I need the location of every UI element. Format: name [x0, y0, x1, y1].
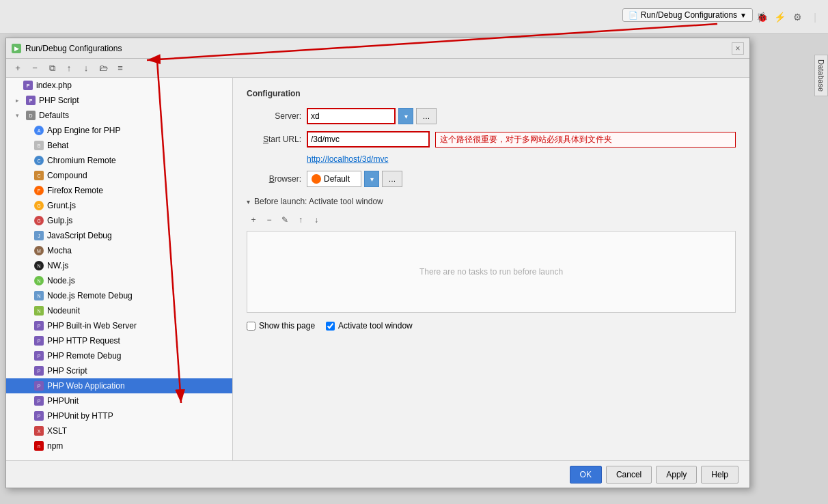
- phpweb-icon: P: [33, 380, 44, 391]
- start-url-row: Start URL: 这个路径很重要，对于多网站必须具体到文件夹: [247, 131, 736, 148]
- tree-item-appengine[interactable]: A App Engine for PHP: [6, 123, 232, 138]
- tree-item-nodejs[interactable]: N Node.js: [6, 273, 232, 288]
- grunt-icon: G: [33, 200, 44, 211]
- tree-item-firefox[interactable]: F Firefox Remote: [6, 183, 232, 198]
- tree-item-nodejsremote[interactable]: N Node.js Remote Debug: [6, 288, 232, 303]
- server-input-group: ▾ …: [307, 108, 437, 124]
- tree-item-phphttp[interactable]: P PHP HTTP Request: [6, 333, 232, 348]
- tree-item-chromium[interactable]: C Chromium Remote: [6, 153, 232, 168]
- phpunit-icon: P: [33, 395, 44, 406]
- copy-config-button[interactable]: ⧉: [44, 61, 59, 76]
- bl-down-button[interactable]: ↓: [309, 213, 323, 227]
- dialog-close-button[interactable]: ×: [732, 42, 744, 55]
- tree-item-label-phpscript2: PHP Script: [47, 366, 87, 376]
- folder-button[interactable]: 🗁: [96, 61, 111, 76]
- defaults-icon: D: [25, 110, 36, 121]
- browser-dropdown-button[interactable]: ▾: [364, 171, 379, 187]
- sort-button[interactable]: ≡: [113, 61, 128, 76]
- config-tree: P index.php ▸ P PHP Script ▾ D Defaults: [6, 78, 233, 460]
- apply-button[interactable]: Apply: [656, 466, 697, 484]
- tree-item-phpscript-cat[interactable]: ▸ P PHP Script: [6, 93, 232, 108]
- dialog-title-text: Run/Debug Configurations: [25, 44, 122, 53]
- tree-item-jsdebug[interactable]: J JavaScript Debug: [6, 228, 232, 243]
- chromium-icon: C: [33, 155, 44, 166]
- tree-item-label-compound: Compound: [47, 171, 87, 180]
- nodejs-icon: N: [33, 275, 44, 286]
- coverage-icon[interactable]: ⚡: [772, 10, 787, 25]
- profile-icon[interactable]: ⚙: [790, 10, 805, 25]
- tree-item-grunt[interactable]: G Grunt.js: [6, 198, 232, 213]
- gulp-icon: G: [33, 215, 44, 226]
- tree-item-label-nodejs: Node.js: [47, 276, 75, 285]
- server-row: Server: ▾ …: [247, 108, 736, 124]
- tree-item-label-xslt: XSLT: [47, 426, 67, 436]
- browser-label-text: Browser:: [269, 174, 301, 184]
- url-input[interactable]: [307, 131, 430, 148]
- browser-more-button[interactable]: …: [382, 171, 402, 187]
- tree-item-compound[interactable]: C Compound: [6, 168, 232, 183]
- url-link[interactable]: http://localhost/3d/mvc: [307, 154, 388, 164]
- cancel-button[interactable]: Cancel: [606, 466, 652, 484]
- tree-item-label-phpunit: PHPUnit: [47, 396, 79, 406]
- browser-value: Default: [324, 174, 350, 184]
- bl-add-button[interactable]: +: [247, 213, 260, 227]
- add-config-button[interactable]: +: [10, 61, 25, 76]
- indexphp-icon: P: [23, 80, 33, 91]
- file-dropdown-icon[interactable]: ▼: [740, 12, 747, 19]
- tree-item-defaults[interactable]: ▾ D Defaults: [6, 108, 232, 123]
- activate-tool-checkbox-item: Activate tool window: [326, 321, 413, 331]
- xslt-icon: X: [33, 425, 44, 436]
- tree-item-nodeunit[interactable]: N Nodeunit: [6, 303, 232, 318]
- server-more-button[interactable]: …: [416, 108, 437, 124]
- url-hint: 这个路径很重要，对于多网站必须具体到文件夹: [435, 132, 736, 148]
- tree-item-xslt[interactable]: X XSLT: [6, 423, 232, 438]
- move-down-button[interactable]: ↓: [79, 61, 94, 76]
- tree-item-phpweb[interactable]: P PHP Web Application: [6, 378, 232, 393]
- help-button[interactable]: Help: [701, 466, 739, 484]
- show-page-label: Show this page: [259, 321, 315, 331]
- tree-item-label-mocha: Mocha: [47, 246, 72, 255]
- nodejsremote-icon: N: [33, 290, 44, 301]
- tree-item-label-phphttp: PHP HTTP Request: [47, 336, 120, 346]
- move-up-button[interactable]: ↑: [61, 61, 77, 76]
- phpremote-icon: P: [33, 350, 44, 361]
- debug-icon[interactable]: 🐞: [754, 10, 769, 25]
- server-label: Server:: [247, 111, 301, 121]
- mocha-icon: M: [33, 245, 44, 256]
- tree-item-npm[interactable]: n npm: [6, 438, 232, 453]
- collapse-arrow[interactable]: ▾: [247, 198, 250, 206]
- dialog-body: P index.php ▸ P PHP Script ▾ D Defaults: [6, 78, 749, 460]
- tree-item-phpremote[interactable]: P PHP Remote Debug: [6, 348, 232, 363]
- bl-edit-button[interactable]: ✎: [278, 213, 292, 227]
- bottom-checkboxes: Show this page Activate tool window: [247, 321, 736, 331]
- remove-config-button[interactable]: −: [27, 61, 42, 76]
- activate-tool-checkbox[interactable]: [326, 322, 335, 331]
- tasks-area: There are no tasks to run before launch: [247, 231, 736, 313]
- tree-item-indexphp[interactable]: P index.php: [6, 78, 232, 93]
- before-launch-label: Before launch: Activate tool window: [254, 197, 383, 206]
- tree-item-nw[interactable]: N NW.js: [6, 258, 232, 273]
- tree-item-phpunithttp[interactable]: P PHPUnit by HTTP: [6, 408, 232, 423]
- dialog-toolbar: + − ⧉ ↑ ↓ 🗁 ≡: [6, 59, 749, 78]
- ok-button[interactable]: OK: [570, 466, 602, 484]
- tree-item-gulp[interactable]: G Gulp.js: [6, 213, 232, 228]
- tree-item-label-gulp: Gulp.js: [47, 216, 72, 225]
- show-page-checkbox[interactable]: [247, 322, 256, 331]
- tree-item-label-npm: npm: [47, 441, 63, 451]
- server-input[interactable]: [307, 108, 396, 124]
- tree-item-phpunit[interactable]: P PHPUnit: [6, 393, 232, 408]
- tree-item-label-behat: Behat: [47, 141, 68, 150]
- bl-remove-button[interactable]: −: [262, 213, 276, 227]
- server-dropdown-button[interactable]: ▾: [398, 108, 413, 124]
- file-tab[interactable]: 📄 Run/Debug Configurations ▼: [622, 8, 753, 22]
- config-section-title: Configuration: [247, 89, 736, 98]
- database-sidebar-tab[interactable]: Database: [814, 55, 828, 96]
- bl-up-button[interactable]: ↑: [294, 213, 307, 227]
- expand-defaults-icon: ▾: [12, 110, 23, 121]
- tree-item-behat[interactable]: B Behat: [6, 138, 232, 153]
- activate-tool-label: Activate tool window: [338, 321, 413, 331]
- tree-item-mocha[interactable]: M Mocha: [6, 243, 232, 258]
- tree-item-label-firefox: Firefox Remote: [47, 186, 103, 195]
- tree-item-phpbuiltin[interactable]: P PHP Built-in Web Server: [6, 318, 232, 333]
- tree-item-phpscript2[interactable]: P PHP Script: [6, 363, 232, 378]
